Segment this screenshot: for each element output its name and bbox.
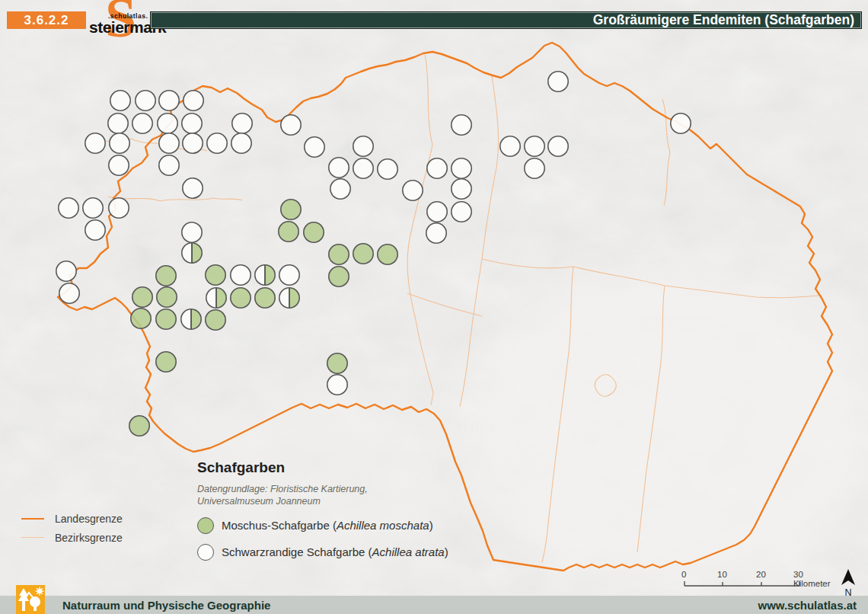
- marker-schwarzrandige-schafgarbe: [110, 133, 129, 153]
- marker-moschus-schafgarbe: [281, 200, 301, 219]
- marker-moschus-schafgarbe: [231, 288, 251, 308]
- marker-schwarzrandige-schafgarbe: [330, 179, 350, 199]
- map-title: Großräumigere Endemiten (Schafgarben): [593, 12, 854, 28]
- legend-item-atrata: Schwarzrandige Schafgarbe (Achillea atra…: [197, 543, 448, 561]
- marker-schwarzrandige-schafgarbe: [132, 114, 152, 133]
- landesgrenze-line-swatch: [21, 518, 44, 520]
- north-arrow-glyph: [838, 568, 859, 586]
- marker-schwarzrandige-schafgarbe: [548, 72, 568, 91]
- legend-row-bezirksgrenze: Bezirksgrenze: [21, 528, 174, 547]
- marker-schwarzrandige-schafgarbe: [85, 133, 105, 153]
- scale-tick-0: 0: [681, 570, 686, 579]
- marker-schwarzrandige-schafgarbe: [59, 283, 79, 303]
- moschata-label-suffix: ): [429, 519, 433, 532]
- marker-schwarzrandige-schafgarbe: [109, 155, 129, 175]
- marker-schwarzrandige-schafgarbe: [183, 133, 203, 153]
- legend-source-line2: Universalmuseum Joanneum: [197, 495, 448, 507]
- scale-bar: 0 10 20 30 Kilometer: [678, 570, 830, 590]
- schulatlas-logo: S .schulatlas. steiermark: [88, 0, 151, 44]
- scale-tick-10: 10: [717, 570, 727, 579]
- legend-source-line1: Datengrundlage: Floristische Kartierung,: [197, 483, 448, 495]
- north-arrow: N: [838, 568, 859, 596]
- marker-schwarzrandige-schafgarbe: [56, 261, 76, 281]
- landesgrenze-label: Landesgrenze: [55, 513, 123, 525]
- marker-both-species: [182, 243, 202, 263]
- schulatlas-map-page: 3.6.2.2 S .schulatlas. steiermark Großrä…: [0, 0, 868, 614]
- marker-schwarzrandige-schafgarbe: [452, 179, 471, 199]
- marker-schwarzrandige-schafgarbe: [110, 91, 130, 110]
- marker-both-species: [181, 309, 201, 329]
- marker-schwarzrandige-schafgarbe: [327, 375, 347, 395]
- footer-website-link[interactable]: www.schulatlas.at: [758, 599, 857, 612]
- marker-schwarzrandige-schafgarbe: [83, 198, 103, 218]
- marker-schwarzrandige-schafgarbe: [136, 91, 155, 110]
- marker-schwarzrandige-schafgarbe: [353, 136, 373, 156]
- marker-schwarzrandige-schafgarbe: [329, 158, 349, 177]
- marker-moschus-schafgarbe: [131, 309, 151, 328]
- marker-moschus-schafgarbe: [255, 288, 275, 308]
- marker-schwarzrandige-schafgarbe: [525, 136, 544, 156]
- legend-title: Schafgarben: [197, 459, 448, 476]
- marker-moschus-schafgarbe: [156, 309, 176, 329]
- marker-schwarzrandige-schafgarbe: [452, 115, 471, 135]
- scale-tick-20: 20: [756, 570, 766, 579]
- marker-both-species: [255, 265, 275, 285]
- moschata-label-prefix: Moschus-Schafgarbe (: [222, 519, 337, 532]
- marker-schwarzrandige-schafgarbe: [305, 137, 324, 157]
- marker-schwarzrandige-schafgarbe: [159, 133, 179, 153]
- marker-schwarzrandige-schafgarbe: [183, 178, 203, 198]
- marker-schwarzrandige-schafgarbe: [108, 114, 128, 133]
- moschata-species: Achillea moschata: [337, 519, 429, 532]
- marker-moschus-schafgarbe: [378, 245, 397, 264]
- marker-schwarzrandige-schafgarbe: [109, 198, 129, 218]
- marker-moschus-schafgarbe: [129, 416, 149, 436]
- marker-moschus-schafgarbe: [353, 244, 373, 264]
- marker-schwarzrandige-schafgarbe: [159, 91, 179, 110]
- map-title-bar: Großräumigere Endemiten (Schafgarben): [150, 11, 862, 29]
- marker-moschus-schafgarbe: [304, 222, 324, 242]
- marker-schwarzrandige-schafgarbe: [182, 222, 202, 242]
- marker-schwarzrandige-schafgarbe: [548, 136, 568, 156]
- bezirksgrenze-line-swatch: [21, 537, 44, 538]
- marker-schwarzrandige-schafgarbe: [159, 155, 179, 175]
- marker-both-species: [206, 288, 226, 308]
- marker-moschus-schafgarbe: [329, 245, 349, 264]
- chapter-number: 3.6.2.2: [24, 13, 69, 28]
- marker-schwarzrandige-schafgarbe: [231, 265, 251, 285]
- footer-bar: Naturraum und Physische Geographie www.s…: [0, 596, 868, 614]
- marker-moschus-schafgarbe: [279, 222, 298, 241]
- marker-schwarzrandige-schafgarbe: [452, 158, 471, 178]
- legend-row-landesgrenze: Landesgrenze: [21, 509, 174, 528]
- marker-schwarzrandige-schafgarbe: [279, 265, 299, 285]
- marker-schwarzrandige-schafgarbe: [525, 158, 544, 178]
- marker-both-species: [279, 288, 299, 308]
- marker-moschus-schafgarbe: [329, 267, 349, 286]
- marker-moschus-schafgarbe: [156, 352, 176, 372]
- marker-moschus-schafgarbe: [157, 287, 177, 307]
- marker-schwarzrandige-schafgarbe: [403, 181, 423, 200]
- marker-schwarzrandige-schafgarbe: [85, 220, 105, 240]
- marker-schwarzrandige-schafgarbe: [281, 115, 301, 135]
- moschata-label: Moschus-Schafgarbe (Achillea moschata): [222, 519, 433, 532]
- marker-schwarzrandige-schafgarbe: [500, 136, 520, 156]
- legend-source: Datengrundlage: Floristische Kartierung,…: [197, 483, 448, 508]
- nature-icon: [16, 585, 45, 614]
- atrata-label-suffix: ): [445, 545, 448, 558]
- marker-schwarzrandige-schafgarbe: [426, 223, 446, 243]
- marker-moschus-schafgarbe: [132, 287, 152, 307]
- legend: Schafgarben Datengrundlage: Floristische…: [197, 459, 448, 561]
- marker-schwarzrandige-schafgarbe: [232, 114, 252, 133]
- border-legend: Landesgrenze Bezirksgrenze: [21, 509, 174, 547]
- atrata-label-prefix: Schwarzrandige Schafgarbe (: [222, 545, 372, 558]
- moschata-circle-swatch: [197, 517, 214, 534]
- marker-schwarzrandige-schafgarbe: [158, 114, 177, 133]
- scale-tick-30: 30 Kilometer: [793, 570, 831, 588]
- marker-schwarzrandige-schafgarbe: [452, 202, 471, 222]
- marker-schwarzrandige-schafgarbe: [671, 114, 691, 133]
- marker-moschus-schafgarbe: [156, 266, 176, 286]
- atrata-label: Schwarzrandige Schafgarbe (Achillea atra…: [222, 545, 448, 558]
- marker-schwarzrandige-schafgarbe: [427, 202, 447, 222]
- marker-schwarzrandige-schafgarbe: [427, 158, 447, 178]
- marker-moschus-schafgarbe: [206, 310, 225, 330]
- marker-schwarzrandige-schafgarbe: [183, 91, 203, 110]
